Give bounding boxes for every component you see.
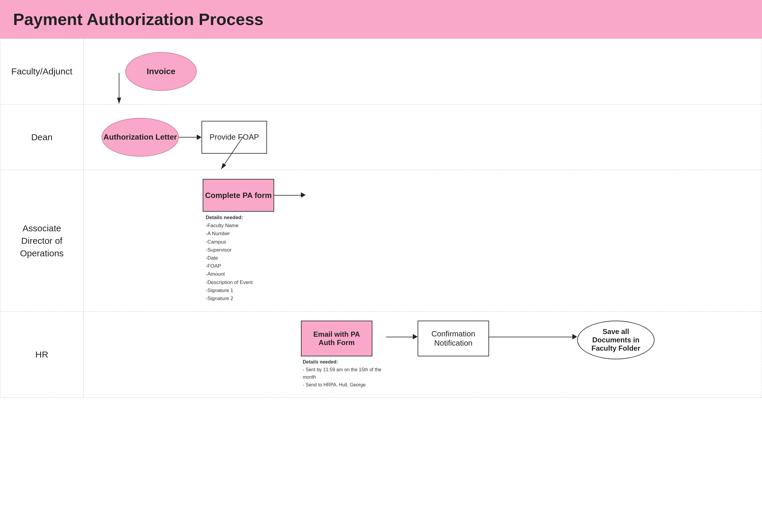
complete-pa-group: Complete PA form Details needed: -Facult… — [203, 179, 274, 302]
lane-label-faculty: Faculty/Adjunct — [0, 39, 84, 104]
arrow-pa-to-email — [274, 192, 306, 198]
invoice-shape: Invoice — [125, 52, 197, 91]
complete-pa-shape: Complete PA form — [203, 179, 274, 212]
lane-content-assoc-dir: Complete PA form Details needed: -Facult… — [84, 170, 762, 311]
lane-label-dean: Dean — [0, 105, 84, 170]
confirmation-shape: Confirmation Notification — [418, 321, 489, 356]
lane-faculty: Faculty/Adjunct Invoice — [0, 38, 762, 104]
complete-pa-details: Details needed: -Faculty Name -A Number … — [206, 213, 253, 302]
lane-hr: HR Email with PA Auth Form Details neede… — [0, 311, 762, 398]
save-docs-shape: Save all Documents in Faculty Folder — [577, 321, 654, 359]
arrow-confirm-to-save — [489, 334, 577, 340]
provide-foap-shape: Provide FOAP — [201, 121, 267, 154]
diagram-container: Faculty/Adjunct Invoice Dean Authorizati… — [0, 38, 762, 398]
arrow-email-to-confirm — [386, 334, 418, 340]
lane-content-faculty: Invoice — [84, 39, 762, 104]
email-pa-shape: Email with PA Auth Form — [301, 321, 372, 356]
lane-label-hr: HR — [0, 312, 84, 398]
lane-content-dean: Authorization Letter Provide FOAP — [84, 105, 762, 170]
lane-label-assoc-dir: Associate Director of Operations — [0, 170, 84, 311]
email-pa-details: Details needed: - Sent by 11:59 am on th… — [303, 358, 386, 389]
lane-assoc-dir: Associate Director of Operations Complet… — [0, 170, 762, 311]
auth-letter-shape: Authorization Letter — [102, 118, 179, 157]
email-pa-group: Email with PA Auth Form Details needed: … — [301, 321, 386, 389]
arrow-auth-to-foap — [179, 134, 201, 140]
page-title: Payment Authorization Process — [13, 10, 749, 29]
lane-dean: Dean Authorization Letter Provide FOAP — [0, 104, 762, 170]
page-header: Payment Authorization Process — [0, 0, 762, 38]
lane-content-hr: Email with PA Auth Form Details needed: … — [84, 312, 762, 398]
